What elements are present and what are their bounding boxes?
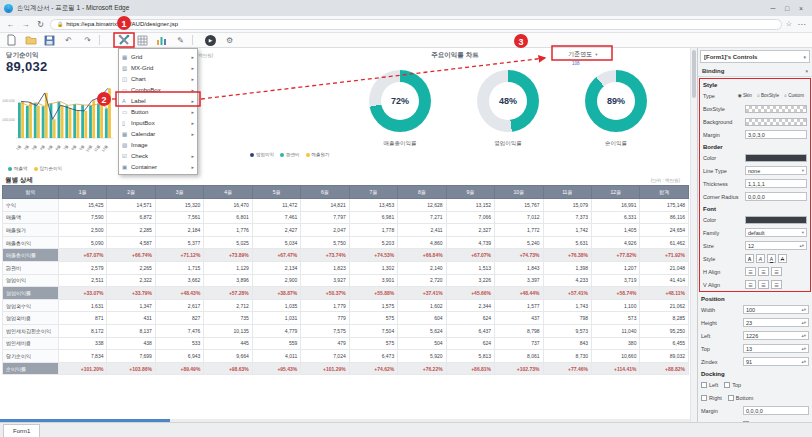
table-cell: 2,579 — [59, 261, 107, 274]
font-size-input[interactable]: 12▴▾ — [745, 241, 807, 250]
font-color-swatch[interactable] — [745, 216, 807, 224]
background-swatch[interactable] — [745, 118, 807, 126]
align-top-icon[interactable]: ☰ — [745, 280, 756, 289]
table-cell: 6,437 — [446, 324, 494, 337]
chart-icon[interactable] — [154, 34, 169, 47]
table-cell: +48.11% — [640, 287, 689, 300]
donut-chart: 72%매출총이익률 — [352, 70, 448, 147]
table-cell: 14,571 — [107, 199, 155, 212]
table-cell: 5,203 — [349, 236, 397, 249]
open-folder-icon[interactable] — [23, 34, 38, 47]
menu-item-label[interactable]: ALabel▸ — [119, 95, 197, 106]
menu-item-mx-grid[interactable]: ▥MX-Grid▸ — [119, 62, 197, 73]
position-left-row: Left1226▴▾ — [698, 329, 812, 342]
type-radio-custom[interactable]: ○ Custom — [784, 93, 804, 98]
menu-item-inputbox[interactable]: ▯InputBox▸ — [119, 117, 197, 128]
edit-pencil-icon[interactable]: ✎ — [173, 34, 188, 47]
docking-bottom-checkbox[interactable]: Bottom — [728, 395, 753, 401]
position-top-input[interactable]: 13▴▾ — [743, 344, 809, 353]
table-cell: +66.74% — [107, 249, 155, 262]
table-cell: 16,991 — [591, 199, 639, 212]
boxstyle-swatch[interactable] — [745, 105, 807, 113]
position-height-input[interactable]: 23▴▾ — [743, 318, 809, 327]
redo-icon[interactable]: ↷ — [80, 34, 95, 47]
settings-gear-icon[interactable]: ⚙ — [222, 34, 237, 47]
maximize-button[interactable]: □ — [780, 5, 794, 12]
table-cell: 827 — [155, 312, 203, 325]
menu-item-calendar[interactable]: ▦Calendar▸ — [119, 128, 197, 139]
browser-menu-icon[interactable]: ⋯ — [796, 20, 807, 29]
bold-button[interactable]: A — [745, 254, 754, 263]
strikethrough-button[interactable]: A — [778, 254, 787, 263]
italic-button[interactable]: A — [756, 254, 765, 263]
corner-radius-input[interactable]: 0,0,0,0 — [745, 192, 807, 201]
menu-item-combobox[interactable]: ▭ComboBox▸ — [119, 84, 197, 95]
menu-item-check[interactable]: ☑Check▸ — [119, 150, 197, 161]
url-field[interactable]: 🔒 https://epa.bimatrix.com/AUD/designer.… — [50, 19, 782, 30]
canvas-vertical-scrollbar[interactable] — [690, 48, 697, 422]
back-icon[interactable]: ← — [5, 20, 16, 29]
align-right-icon[interactable]: ☰ — [771, 267, 782, 276]
table-cell: 437 — [495, 312, 543, 325]
position-label: Height — [701, 320, 743, 326]
svg-text:11월: 11월 — [93, 144, 101, 153]
menu-item-label: Chart — [131, 76, 191, 82]
thickness-input[interactable]: 1,1,1,1 — [745, 179, 807, 188]
menu-item-image[interactable]: ▨Image — [119, 139, 197, 150]
style-background-row: Background — [700, 115, 810, 128]
type-radio-group[interactable]: ◉ Skin○ BoxStyle○ Custom — [738, 93, 807, 98]
docking-right-checkbox[interactable]: Right — [701, 395, 722, 401]
save-icon[interactable] — [42, 34, 57, 47]
table-cell: 1,742 — [543, 224, 591, 237]
submenu-arrow-icon: ▸ — [191, 131, 194, 137]
border-color-swatch[interactable] — [745, 154, 807, 162]
detail-table[interactable]: 항목1월2월3월4월5월6월7월8월9월10월11월12월합계 수익15,425… — [2, 185, 689, 375]
controls-header-dropdown[interactable]: [Form1]'s Controls ▾ — [700, 50, 810, 63]
insert-control-icon[interactable] — [116, 34, 131, 47]
line-type-select[interactable]: none▾ — [745, 166, 807, 175]
docking-top-checkbox[interactable]: Top — [724, 382, 741, 388]
section-font-title: Font — [700, 203, 810, 213]
position-width-input[interactable]: 100▴▾ — [743, 305, 809, 314]
position-left-input[interactable]: 1226▴▾ — [743, 331, 809, 340]
base-year-label[interactable]: 기준연도 ▾ — [558, 49, 608, 60]
position-zindex-input[interactable]: 91▴▾ — [743, 357, 809, 366]
grid-icon[interactable] — [135, 34, 150, 47]
preview-play-icon[interactable]: ▶ — [203, 34, 218, 47]
menu-item-container[interactable]: ▣Container▸ — [119, 161, 197, 172]
margin-input[interactable]: 3,0,3,0 — [745, 130, 807, 139]
menu-item-grid[interactable]: ▦Grid▸ — [119, 51, 197, 62]
docking-left-checkbox[interactable]: Left — [701, 382, 718, 388]
table-cell: 9,664 — [204, 350, 252, 363]
undo-icon[interactable]: ↶ — [61, 34, 76, 47]
type-radio-skin[interactable]: ◉ Skin — [738, 93, 752, 98]
toolbar-separator — [192, 35, 193, 45]
font-family-select[interactable]: default▾ — [745, 228, 807, 237]
position-label: Zindex — [701, 359, 743, 365]
menu-item-chart[interactable]: ◫Chart▸ — [119, 73, 197, 84]
table-cell: 737 — [495, 337, 543, 350]
align-bottom-icon[interactable]: ☰ — [771, 280, 782, 289]
table-cell: 559 — [252, 337, 300, 350]
favorite-star-icon[interactable]: ☆ — [786, 20, 792, 28]
underline-button[interactable]: A — [767, 254, 776, 263]
table-cell: 779 — [301, 312, 349, 325]
new-document-icon[interactable] — [4, 34, 19, 47]
align-left-icon[interactable]: ☰ — [745, 267, 756, 276]
donut-section-title: 주요이익률 차트 — [380, 51, 530, 60]
designer-canvas[interactable]: 당기순이익 89,032 8,000,000,0004,000,000,0001… — [0, 48, 690, 422]
tab-form1[interactable]: Form1 — [3, 424, 40, 437]
align-center-icon[interactable]: ☰ — [758, 267, 769, 276]
type-radio-boxstyle[interactable]: ○ BoxStyle — [757, 93, 779, 98]
legend-dot-icon — [306, 153, 310, 157]
align-middle-icon[interactable]: ☰ — [758, 280, 769, 289]
binding-row[interactable]: Binding ▾ — [698, 65, 812, 77]
close-button[interactable]: × — [794, 5, 808, 12]
minimize-button[interactable]: ─ — [766, 5, 780, 12]
forward-icon[interactable]: → — [20, 20, 31, 29]
docking-margin-input[interactable]: 0,0,0,0 — [743, 406, 809, 415]
scrollbar-thumb[interactable] — [692, 50, 696, 98]
table-cell: +33.79% — [107, 287, 155, 300]
menu-item-button[interactable]: ▭Button▸ — [119, 106, 197, 117]
refresh-icon[interactable]: ↻ — [35, 20, 46, 29]
